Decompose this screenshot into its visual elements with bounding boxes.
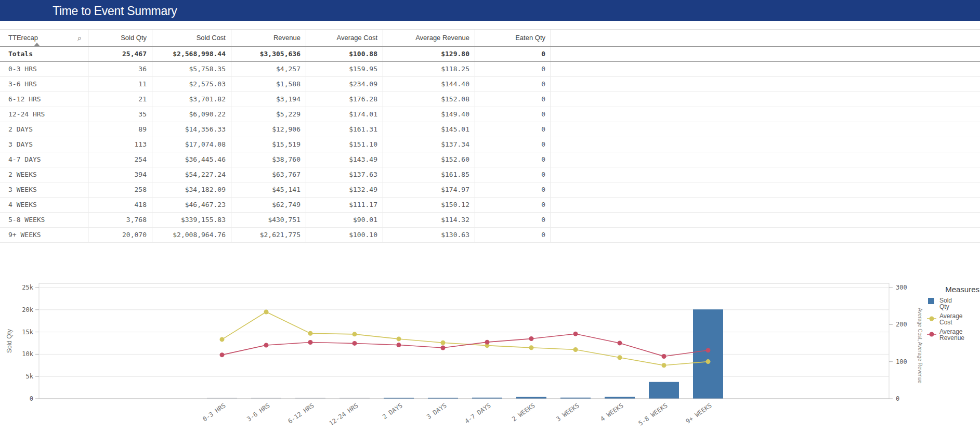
- totals-label: Totals: [0, 47, 88, 61]
- right-tick-label: 100: [896, 358, 907, 365]
- point-average-cost[interactable]: [308, 331, 313, 336]
- point-average-cost[interactable]: [352, 332, 357, 336]
- totals-value: 0: [475, 47, 551, 61]
- bar-sold-qty[interactable]: [605, 397, 635, 399]
- dimension-cell[interactable]: 12-24 HRS: [0, 107, 88, 122]
- point-average-revenue[interactable]: [308, 340, 313, 345]
- column-header-average-revenue[interactable]: Average Revenue: [383, 30, 475, 46]
- measure-cell: 89: [88, 122, 152, 137]
- point-average-cost[interactable]: [529, 345, 534, 350]
- straight-table: TTErecap⌕Sold QtySold CostRevenueAverage…: [0, 29, 980, 243]
- empty-cell: [551, 122, 980, 137]
- x-axis-category-label: 3-6 HRS: [245, 402, 271, 423]
- legend-item-average-revenue[interactable]: AverageRevenue: [927, 328, 964, 342]
- point-average-revenue[interactable]: [264, 343, 269, 347]
- measure-cell: 21: [88, 92, 152, 107]
- point-average-revenue[interactable]: [397, 343, 401, 347]
- left-tick-label: 10k: [22, 350, 33, 358]
- column-header-revenue[interactable]: Revenue: [231, 30, 306, 46]
- measure-cell: 0: [475, 77, 551, 91]
- point-average-revenue[interactable]: [352, 341, 357, 346]
- column-header-tterecap[interactable]: TTErecap⌕: [0, 30, 88, 46]
- totals-row: Totals25,467$2,568,998.44$3,305,636$100.…: [0, 47, 980, 62]
- legend-item-label: Revenue: [939, 334, 964, 342]
- measure-cell: $2,575.03: [152, 77, 231, 91]
- measure-cell: $63,767: [231, 167, 306, 182]
- table-row: 4 WEEKS418$46,467.23$62,749$111.17$150.1…: [0, 198, 980, 213]
- column-header-sold-cost[interactable]: Sold Cost: [152, 30, 231, 46]
- point-average-revenue[interactable]: [441, 346, 446, 350]
- dimension-cell[interactable]: 0-3 HRS: [0, 62, 88, 76]
- dimension-cell[interactable]: 3 DAYS: [0, 137, 88, 152]
- measure-cell: $34,182.09: [152, 182, 231, 197]
- point-average-revenue[interactable]: [220, 352, 225, 357]
- point-average-cost[interactable]: [264, 310, 269, 315]
- point-average-revenue[interactable]: [662, 354, 667, 359]
- measure-cell: $3,701.82: [152, 92, 231, 107]
- measure-cell: $132.49: [306, 182, 383, 197]
- empty-cell: [551, 62, 980, 76]
- left-tick-label: 5k: [26, 373, 34, 380]
- point-average-revenue[interactable]: [618, 341, 622, 345]
- legend-title: Measures: [945, 285, 979, 294]
- dimension-cell[interactable]: 2 WEEKS: [0, 167, 88, 182]
- measure-cell: $62,749: [231, 198, 306, 212]
- x-axis-category-label: 5-8 WEEKS: [637, 402, 669, 427]
- left-axis-title: Sold Qty: [6, 329, 13, 353]
- plot-border: [39, 283, 889, 399]
- point-average-revenue[interactable]: [485, 340, 490, 345]
- point-average-cost[interactable]: [397, 336, 401, 341]
- dimension-cell[interactable]: 2 DAYS: [0, 122, 88, 137]
- point-average-revenue[interactable]: [529, 336, 534, 341]
- dimension-cell[interactable]: 6-12 HRS: [0, 92, 88, 107]
- table-header-row: TTErecap⌕Sold QtySold CostRevenueAverage…: [0, 30, 980, 47]
- point-average-cost[interactable]: [706, 359, 711, 364]
- measure-cell: $118.25: [383, 62, 475, 76]
- measure-cell: $149.40: [383, 107, 475, 122]
- measure-cell: $151.10: [306, 137, 383, 152]
- point-average-cost[interactable]: [441, 341, 446, 345]
- point-average-cost[interactable]: [618, 355, 622, 360]
- right-axis-title: Average Cost, Average Revenue: [917, 308, 923, 384]
- measure-cell: $145.01: [383, 122, 475, 137]
- table-row: 3 WEEKS258$34,182.09$45,141$132.49$174.9…: [0, 182, 980, 198]
- bar-sold-qty[interactable]: [516, 397, 546, 399]
- measure-cell: $45,141: [231, 182, 306, 197]
- column-header-sold-qty[interactable]: Sold Qty: [88, 30, 152, 46]
- point-average-revenue[interactable]: [573, 332, 578, 336]
- point-average-cost[interactable]: [220, 337, 225, 342]
- dimension-cell[interactable]: 3 WEEKS: [0, 182, 88, 197]
- x-axis-category-label: 0-3 HRS: [201, 402, 227, 423]
- point-average-revenue[interactable]: [706, 348, 711, 352]
- measure-cell: $15,519: [231, 137, 306, 152]
- dimension-cell[interactable]: 4 WEEKS: [0, 198, 88, 212]
- dimension-cell[interactable]: 4-7 DAYS: [0, 152, 88, 167]
- legend-item-average-cost[interactable]: AverageCost: [927, 312, 963, 326]
- sort-ascending-icon: [34, 43, 40, 46]
- legend-item-sold-qty[interactable]: SoldQty: [928, 297, 952, 310]
- measure-cell: $6,090.22: [152, 107, 231, 122]
- measure-cell: 0: [475, 122, 551, 137]
- left-tick-label: 0: [30, 395, 33, 402]
- bar-sold-qty[interactable]: [649, 382, 679, 399]
- search-icon[interactable]: ⌕: [77, 30, 82, 46]
- table-row: 6-12 HRS21$3,701.82$3,194$176.28$152.080: [0, 92, 980, 107]
- empty-cell: [551, 182, 980, 197]
- table-row: 4-7 DAYS254$36,445.46$38,760$143.49$152.…: [0, 152, 980, 167]
- legend-marker-dot: [930, 332, 934, 337]
- measure-cell: $1,588: [231, 77, 306, 91]
- measure-cell: 254: [88, 152, 152, 167]
- measure-cell: $161.85: [383, 167, 475, 182]
- empty-cell: [551, 137, 980, 152]
- column-header-average-cost[interactable]: Average Cost: [306, 30, 383, 46]
- measure-cell: $54,227.24: [152, 167, 231, 182]
- measure-cell: $4,257: [231, 62, 306, 76]
- column-header-eaten-qty[interactable]: Eaten Qty: [475, 30, 551, 46]
- line-average-cost: [222, 312, 708, 365]
- measure-cell: $137.34: [383, 137, 475, 152]
- point-average-cost[interactable]: [662, 363, 667, 368]
- bar-sold-qty[interactable]: [693, 309, 723, 399]
- dimension-cell[interactable]: 3-6 HRS: [0, 77, 88, 91]
- point-average-cost[interactable]: [573, 347, 578, 352]
- measure-cell: 0: [475, 152, 551, 167]
